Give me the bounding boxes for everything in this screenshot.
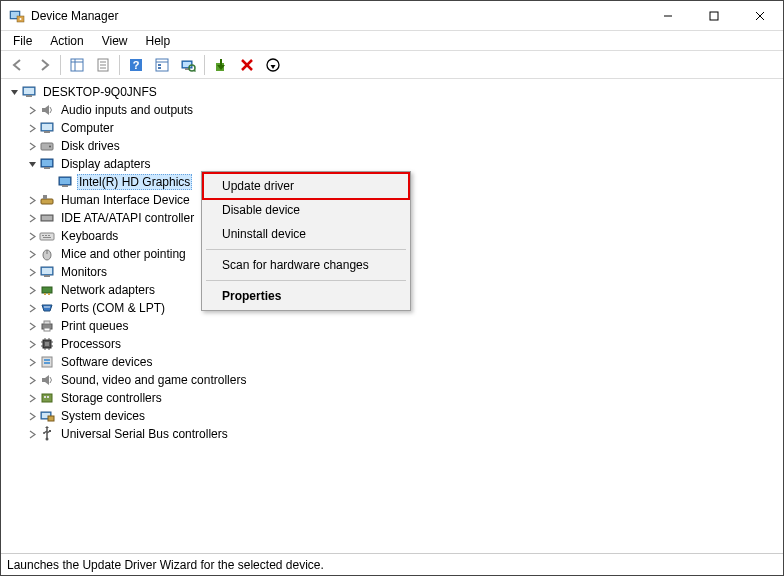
menu-help[interactable]: Help	[138, 32, 179, 50]
ctx-update-driver[interactable]: Update driver	[202, 172, 410, 200]
chevron-down-icon[interactable]	[25, 157, 39, 171]
action-list-button[interactable]	[150, 53, 174, 77]
svg-rect-86	[48, 416, 54, 421]
menubar: File Action View Help	[1, 31, 783, 51]
svg-rect-44	[41, 199, 53, 204]
svg-rect-31	[24, 88, 34, 94]
chevron-right-icon[interactable]	[25, 355, 39, 369]
chevron-right-icon[interactable]	[25, 409, 39, 423]
port-icon	[39, 300, 55, 316]
tree-category-computer[interactable]: Computer	[7, 119, 777, 137]
menu-file[interactable]: File	[5, 32, 40, 50]
svg-rect-36	[41, 143, 53, 150]
tree-category-softdev[interactable]: Software devices	[7, 353, 777, 371]
update-driver-button[interactable]	[261, 53, 285, 77]
enable-device-button[interactable]	[209, 53, 233, 77]
chevron-right-icon[interactable]	[25, 103, 39, 117]
toolbar-separator	[119, 55, 120, 75]
uninstall-device-button[interactable]	[235, 53, 259, 77]
chevron-right-icon[interactable]	[25, 139, 39, 153]
menu-view[interactable]: View	[94, 32, 136, 50]
tree-category-disk[interactable]: Disk drives	[7, 137, 777, 155]
toolbar: ?	[1, 51, 783, 79]
chevron-right-icon[interactable]	[25, 247, 39, 261]
svg-rect-69	[45, 342, 49, 346]
show-hide-console-tree-button[interactable]	[65, 53, 89, 77]
svg-rect-58	[44, 275, 50, 277]
svg-rect-43	[62, 185, 68, 187]
device-tree[interactable]: DESKTOP-9Q0JNFS Audio inputs and outputs…	[1, 79, 783, 553]
chevron-right-icon[interactable]	[25, 229, 39, 243]
tree-category-processors[interactable]: Processors	[7, 335, 777, 353]
category-label: Mice and other pointing	[59, 247, 188, 261]
chevron-right-icon[interactable]	[25, 337, 39, 351]
printer-icon	[39, 318, 55, 334]
svg-rect-80	[44, 362, 50, 364]
chevron-right-icon[interactable]	[25, 301, 39, 315]
tree-category-storage[interactable]: Storage controllers	[7, 389, 777, 407]
svg-rect-40	[44, 167, 50, 169]
software-device-icon	[39, 354, 55, 370]
maximize-button[interactable]	[691, 1, 737, 30]
chevron-right-icon[interactable]	[25, 373, 39, 387]
svg-rect-19	[158, 64, 161, 66]
ctx-uninstall-device[interactable]: Uninstall device	[204, 222, 408, 246]
category-label: Storage controllers	[59, 391, 164, 405]
properties-button[interactable]	[91, 53, 115, 77]
ctx-properties[interactable]: Properties	[204, 284, 408, 308]
tree-category-sound[interactable]: Sound, video and game controllers	[7, 371, 777, 389]
tree-root[interactable]: DESKTOP-9Q0JNFS	[7, 83, 777, 101]
svg-rect-32	[26, 95, 32, 97]
scan-hardware-button[interactable]	[176, 53, 200, 77]
speaker-icon	[39, 102, 55, 118]
chevron-right-icon[interactable]	[25, 391, 39, 405]
hid-icon	[39, 192, 55, 208]
svg-rect-20	[158, 67, 161, 69]
svg-rect-79	[44, 359, 50, 361]
storage-icon	[39, 390, 55, 406]
network-icon	[39, 282, 55, 298]
category-label: Display adapters	[59, 157, 152, 171]
svg-point-3	[20, 18, 22, 20]
minimize-button[interactable]	[645, 1, 691, 30]
svg-rect-51	[45, 235, 47, 236]
chevron-right-icon[interactable]	[25, 319, 39, 333]
display-adapter-icon	[39, 156, 55, 172]
sound-icon	[39, 372, 55, 388]
chevron-down-icon[interactable]	[7, 85, 21, 99]
category-label: Network adapters	[59, 283, 157, 297]
chevron-right-icon[interactable]	[25, 211, 39, 225]
chevron-right-icon[interactable]	[25, 427, 39, 441]
tree-category-sysdev[interactable]: System devices	[7, 407, 777, 425]
mouse-icon	[39, 246, 55, 262]
svg-rect-59	[42, 287, 52, 293]
ctx-scan-hardware[interactable]: Scan for hardware changes	[204, 253, 408, 277]
category-label: Universal Serial Bus controllers	[59, 427, 230, 441]
chevron-right-icon[interactable]	[25, 265, 39, 279]
menu-action[interactable]: Action	[42, 32, 91, 50]
category-label: Sound, video and game controllers	[59, 373, 248, 387]
tree-category-printq[interactable]: Print queues	[7, 317, 777, 335]
svg-rect-61	[48, 293, 50, 295]
no-expander	[43, 175, 57, 189]
forward-button[interactable]	[32, 53, 56, 77]
svg-rect-83	[47, 396, 49, 398]
ctx-disable-device[interactable]: Disable device	[204, 198, 408, 222]
svg-rect-39	[42, 160, 52, 166]
tree-category-audio[interactable]: Audio inputs and outputs	[7, 101, 777, 119]
toolbar-separator	[204, 55, 205, 75]
svg-rect-35	[44, 131, 50, 133]
svg-rect-60	[44, 293, 46, 295]
help-button[interactable]: ?	[124, 53, 148, 77]
chevron-right-icon[interactable]	[25, 193, 39, 207]
svg-text:?: ?	[133, 59, 140, 71]
close-button[interactable]	[737, 1, 783, 30]
toolbar-separator	[60, 55, 61, 75]
chevron-right-icon[interactable]	[25, 283, 39, 297]
back-button[interactable]	[6, 53, 30, 77]
svg-rect-49	[40, 233, 54, 240]
category-label: Print queues	[59, 319, 130, 333]
chevron-right-icon[interactable]	[25, 121, 39, 135]
tree-category-usb[interactable]: Universal Serial Bus controllers	[7, 425, 777, 443]
window-controls	[645, 1, 783, 30]
